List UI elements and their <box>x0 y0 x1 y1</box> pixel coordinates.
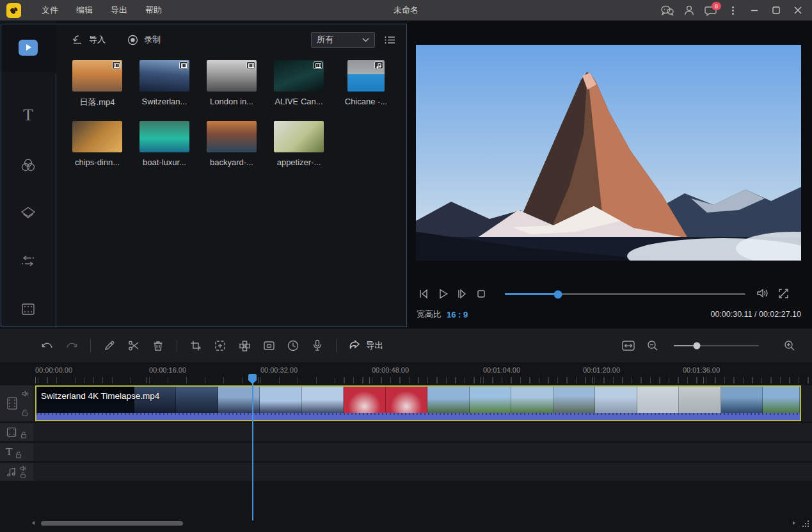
media-thumbnail <box>139 121 189 152</box>
delete-button[interactable] <box>150 338 166 353</box>
voiceover-button[interactable] <box>310 338 325 353</box>
clip-thumbnail-frame <box>595 387 637 413</box>
clip-thumbnail-frame <box>386 387 427 413</box>
sidebar-tab-overlays[interactable] <box>0 189 56 238</box>
export-button[interactable]: 导出 <box>348 339 383 351</box>
fit-timeline-button[interactable] <box>621 338 636 353</box>
mute-track-icon[interactable] <box>22 391 29 397</box>
clip-thumbnail-frame <box>427 387 469 413</box>
undo-button[interactable] <box>40 338 55 353</box>
clip-thumbnail-frame <box>679 387 720 413</box>
zoom-region-button[interactable] <box>212 338 228 353</box>
media-item-label: Chicane -... <box>345 97 387 106</box>
freeze-frame-button[interactable] <box>261 338 276 353</box>
media-thumbnail <box>207 121 257 152</box>
redo-button[interactable] <box>64 338 79 353</box>
track-text-lane[interactable] <box>33 443 812 461</box>
menu-item-0[interactable]: 文件 <box>35 2 65 19</box>
sidebar-tab-elements[interactable] <box>0 285 56 334</box>
record-button[interactable]: 录制 <box>127 34 161 45</box>
split-button[interactable] <box>126 338 141 353</box>
clip-thumbnail-frame <box>302 387 344 413</box>
media-item[interactable]: chips-dinn... <box>72 121 122 167</box>
text-icon: T <box>23 106 33 125</box>
duration-button[interactable] <box>285 338 301 353</box>
scroll-left-arrow[interactable] <box>31 520 36 526</box>
clip-thumbnail-frame <box>176 387 218 413</box>
list-view-button[interactable] <box>384 35 395 45</box>
media-icon <box>19 40 38 56</box>
maximize-button[interactable] <box>767 3 785 18</box>
stop-button[interactable] <box>474 287 488 301</box>
menu-item-2[interactable]: 导出 <box>104 2 134 19</box>
sidebar-tab-media[interactable] <box>0 23 56 72</box>
lock-track-icon[interactable] <box>20 431 27 439</box>
previous-frame-button[interactable] <box>417 287 431 301</box>
filters-icon <box>20 157 36 173</box>
ruler-label: 00:01:20.00 <box>583 366 620 374</box>
lock-track-icon[interactable] <box>15 451 22 458</box>
media-item[interactable]: 日落.mp4 <box>72 60 122 108</box>
timeline-clip-switzerland[interactable]: Switzerland 4K Timelapse.mp4 <box>35 385 801 421</box>
wechat-support-icon[interactable] <box>658 3 676 18</box>
media-item[interactable]: London in... <box>207 60 257 108</box>
play-button[interactable] <box>436 287 450 301</box>
sidebar-tab-filters[interactable] <box>0 141 56 189</box>
volume-button[interactable] <box>756 286 770 300</box>
media-item[interactable]: ALIVE Can... <box>274 60 324 108</box>
playhead-line[interactable] <box>252 374 253 520</box>
title-bar: 文件编辑导出帮助 未命名 8 <box>0 0 812 20</box>
import-button[interactable]: 导入 <box>72 34 106 45</box>
track-pip-lane[interactable] <box>33 423 812 441</box>
ruler-label: 00:00:16.00 <box>149 366 186 374</box>
sidebar-tab-text[interactable]: T <box>0 91 56 140</box>
media-filter-dropdown[interactable]: 所有 <box>311 32 375 48</box>
elements-icon <box>20 301 36 318</box>
ruler-label: 00:01:04.00 <box>483 366 520 374</box>
zoom-out-button[interactable] <box>645 338 660 353</box>
zoom-in-button[interactable] <box>782 338 797 353</box>
menu-item-3[interactable]: 帮助 <box>139 2 168 19</box>
track-music-lane[interactable] <box>33 463 812 481</box>
video-editor-window: 文件编辑导出帮助 未命名 8 <box>0 0 812 532</box>
track-text-header: T <box>0 443 33 461</box>
sidebar-tab-transitions[interactable] <box>0 237 56 286</box>
media-item[interactable]: Switzerlan... <box>139 60 189 108</box>
seek-slider[interactable] <box>505 293 745 295</box>
edit-button[interactable] <box>102 338 117 353</box>
media-item[interactable]: Chicane -... <box>341 60 391 108</box>
menu-item-1[interactable]: 编辑 <box>70 2 99 19</box>
media-thumbnail <box>207 60 257 92</box>
clip-audio-waveform <box>36 413 800 420</box>
minimize-button[interactable] <box>745 3 763 18</box>
fullscreen-button[interactable] <box>776 286 790 300</box>
media-item[interactable]: backyard-... <box>207 121 257 167</box>
scroll-right-arrow[interactable] <box>792 520 797 526</box>
account-icon[interactable] <box>680 3 698 18</box>
seek-knob[interactable] <box>553 290 562 298</box>
clip-thumbnail-frame <box>721 387 763 413</box>
more-menu-icon[interactable] <box>724 3 742 18</box>
close-button[interactable] <box>789 3 807 18</box>
lock-track-icon[interactable] <box>22 409 28 416</box>
media-item-label: appetizer-... <box>277 157 321 167</box>
media-item[interactable]: appetizer-... <box>274 121 324 167</box>
media-item-label: London in... <box>210 97 253 106</box>
next-frame-button[interactable] <box>455 287 469 301</box>
lock-track-icon[interactable] <box>20 472 26 478</box>
pip-track-icon <box>6 426 17 438</box>
mosaic-button[interactable] <box>237 338 252 353</box>
crop-button[interactable] <box>188 338 203 353</box>
scrollbar-thumb[interactable] <box>41 521 183 526</box>
media-item[interactable]: boat-luxur... <box>139 121 189 167</box>
timeline-zoom-slider[interactable] <box>674 345 759 346</box>
resize-grip[interactable] <box>802 520 809 528</box>
zoom-slider-knob[interactable] <box>693 343 700 350</box>
film-badge-icon <box>314 61 322 69</box>
track-pip <box>0 423 812 441</box>
mute-track-icon[interactable] <box>20 465 27 471</box>
track-video-lane[interactable]: Switzerland 4K Timelapse.mp4 <box>33 385 812 421</box>
feedback-icon[interactable]: 8 <box>702 3 720 18</box>
transitions-icon <box>20 254 36 268</box>
aspect-ratio-value[interactable]: 16 : 9 <box>447 310 468 319</box>
